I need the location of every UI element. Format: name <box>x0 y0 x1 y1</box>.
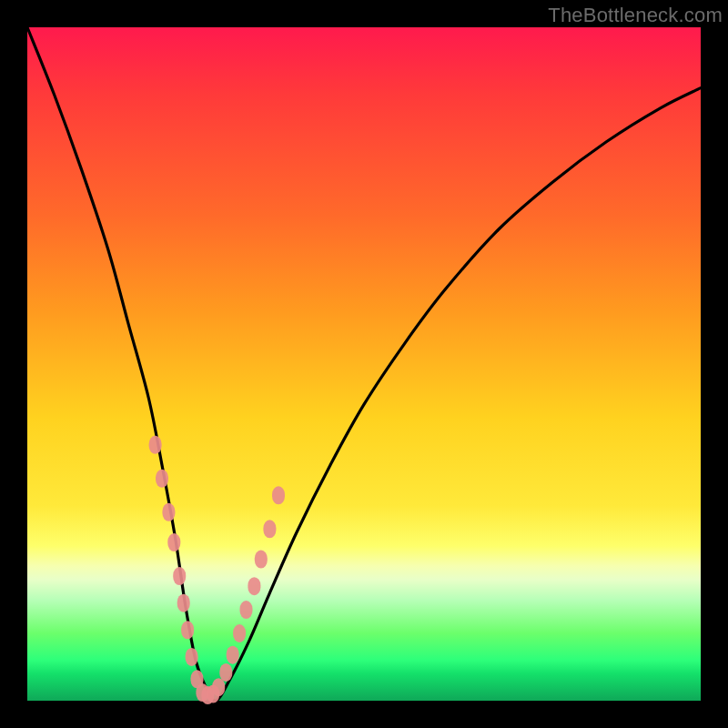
data-point <box>149 436 162 454</box>
data-point <box>181 621 194 639</box>
data-point <box>173 567 186 585</box>
plot-area <box>27 27 701 701</box>
data-point <box>255 551 268 569</box>
chart-svg <box>27 27 701 701</box>
data-point <box>177 594 190 612</box>
data-point <box>156 470 168 488</box>
data-point <box>263 520 276 538</box>
data-point-group <box>149 436 285 704</box>
data-point <box>227 646 239 664</box>
data-point <box>248 577 260 595</box>
bottleneck-curve <box>27 27 701 701</box>
data-point <box>186 648 198 666</box>
chart-stage: TheBottleneck.com <box>0 0 728 728</box>
data-point <box>240 601 253 619</box>
data-point <box>212 678 225 696</box>
watermark-label: TheBottleneck.com <box>548 4 723 27</box>
data-point <box>162 503 175 521</box>
data-point <box>219 663 232 682</box>
data-point <box>167 533 180 551</box>
data-point <box>233 624 246 642</box>
data-point <box>272 486 285 504</box>
